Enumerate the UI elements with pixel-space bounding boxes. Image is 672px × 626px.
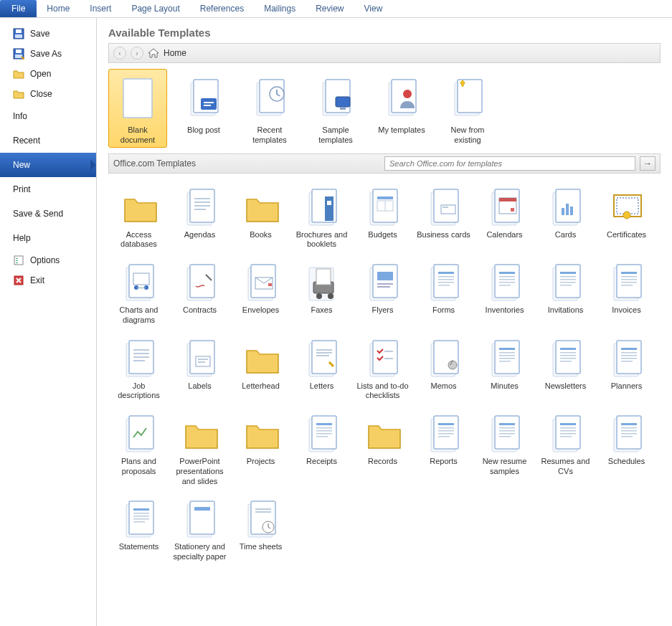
svg-rect-116 — [133, 360, 145, 361]
category-flyers[interactable]: Flyers — [352, 256, 413, 328]
home-icon[interactable] — [148, 48, 159, 58]
sidebar-item-new[interactable]: New — [0, 153, 96, 177]
category-certificates[interactable]: Certificates — [596, 181, 657, 252]
category-schedules[interactable]: Schedules — [596, 407, 657, 488]
svg-rect-186 — [617, 416, 641, 449]
ribbon-tab-view[interactable]: View — [354, 1, 393, 16]
category-newsletters[interactable]: Newsletters — [535, 332, 596, 404]
category-letters[interactable]: Letters — [291, 332, 352, 404]
invitation-icon — [544, 261, 587, 303]
svg-rect-205 — [255, 511, 271, 513]
folder-icon — [361, 412, 404, 454]
category-label: Planners — [598, 381, 655, 392]
ribbon-tab-home[interactable]: Home — [37, 1, 80, 16]
category-budgets[interactable]: Budgets — [352, 181, 413, 252]
sidebar-item-save[interactable]: Save — [0, 24, 96, 44]
svg-rect-187 — [621, 423, 637, 425]
svg-rect-56 — [566, 204, 569, 215]
category-stationery-and-specialty-paper[interactable]: Stationery and specialty paper — [169, 493, 230, 564]
folder-icon — [240, 337, 283, 379]
category-agendas[interactable]: Agendas — [169, 181, 230, 252]
ribbon-tab-page-layout[interactable]: Page Layout — [121, 1, 189, 16]
sidebar-item-help[interactable]: Help — [0, 226, 96, 250]
category-new-resume-samples[interactable]: New resume samples — [474, 407, 535, 488]
svg-rect-80 — [377, 272, 393, 280]
ribbon-tab-review[interactable]: Review — [306, 1, 354, 16]
category-labels[interactable]: Labels — [169, 332, 230, 404]
category-label: Agendas — [171, 230, 228, 240]
sidebar-item-close[interactable]: Close — [0, 84, 96, 104]
svg-point-60 — [623, 212, 630, 219]
svg-rect-91 — [495, 265, 519, 298]
category-letterhead[interactable]: Letterhead — [230, 332, 291, 404]
svg-rect-94 — [499, 279, 515, 280]
contract-icon — [179, 261, 222, 303]
category-books[interactable]: Books — [230, 181, 291, 252]
category-inventories[interactable]: Inventories — [474, 256, 535, 328]
category-calendars[interactable]: Calendars — [474, 181, 535, 252]
category-lists-and-to-do-checklists[interactable]: Lists and to-do checklists — [352, 332, 413, 404]
category-statements[interactable]: Statements — [108, 493, 169, 564]
category-job-descriptions[interactable]: Job descriptions — [108, 332, 169, 404]
category-plans-and-proposals[interactable]: Plans and proposals — [108, 407, 169, 488]
category-records[interactable]: Records — [352, 407, 413, 488]
ribbon-tab-references[interactable]: References — [190, 1, 254, 16]
category-reports[interactable]: Reports — [413, 407, 474, 488]
sidebar-item-recent[interactable]: Recent — [0, 128, 96, 153]
template-new-from-existing[interactable]: New from existing — [438, 69, 497, 148]
sidebar-item-info[interactable]: Info — [0, 104, 96, 128]
category-receipts[interactable]: Receipts — [291, 407, 352, 488]
nav-forward-button[interactable]: › — [131, 47, 143, 60]
sidebar-item-save-send[interactable]: Save & Send — [0, 201, 96, 226]
template-sample-templates[interactable]: Sample templates — [306, 69, 365, 148]
category-faxes[interactable]: Faxes — [291, 256, 352, 328]
svg-rect-177 — [499, 436, 511, 437]
svg-rect-166 — [438, 423, 454, 425]
category-invoices[interactable]: Invoices — [596, 256, 657, 328]
svg-rect-88 — [438, 282, 454, 283]
ribbon-tab-insert[interactable]: Insert — [80, 1, 121, 16]
category-brochures-and-booklets[interactable]: Brochures and booklets — [291, 181, 352, 252]
category-planners[interactable]: Planners — [596, 332, 657, 404]
category-memos[interactable]: Memos — [413, 332, 474, 404]
category-minutes[interactable]: Minutes — [474, 332, 535, 404]
sidebar-item-print[interactable]: Print — [0, 177, 96, 201]
certificate-icon — [605, 186, 648, 227]
category-forms[interactable]: Forms — [413, 256, 474, 328]
template-blog-post[interactable]: Blog post — [174, 69, 233, 148]
sidebar-item-exit[interactable]: Exit — [0, 270, 96, 290]
sample-templates-icon — [314, 74, 357, 123]
svg-rect-175 — [499, 430, 515, 432]
category-cards[interactable]: Cards — [535, 181, 596, 252]
category-contracts[interactable]: Contracts — [169, 256, 230, 328]
sidebar-item-open[interactable]: Open — [0, 64, 96, 84]
nav-back-button[interactable]: ‹ — [113, 47, 126, 60]
category-label: Access databases — [110, 230, 167, 250]
category-resumes-and-cvs[interactable]: Resumes and CVs — [535, 407, 596, 488]
category-powerpoint-presentations-and-slides[interactable]: PowerPoint presentations and slides — [169, 407, 230, 488]
category-business-cards[interactable]: Business cards — [413, 181, 474, 252]
svg-rect-85 — [438, 272, 454, 274]
template-label: Blank document — [110, 125, 165, 146]
sidebar-item-save-as[interactable]: Save As — [0, 44, 96, 64]
template-recent-templates[interactable]: Recent templates — [240, 69, 299, 148]
svg-rect-165 — [434, 416, 458, 449]
category-access-databases[interactable]: Access databases — [108, 181, 169, 252]
category-label: Calendars — [476, 230, 533, 240]
search-input[interactable] — [384, 156, 635, 171]
sidebar-item-options[interactable]: Options — [0, 250, 96, 270]
ribbon-tab-file[interactable]: File — [0, 0, 37, 17]
search-go-button[interactable]: → — [640, 156, 656, 171]
category-envelopes[interactable]: Envelopes — [230, 256, 291, 328]
template-blank-document[interactable]: Blank document — [108, 69, 167, 148]
template-label: Blog post — [176, 125, 231, 136]
blank-doc-icon — [116, 74, 159, 123]
category-invitations[interactable]: Invitations — [535, 256, 596, 328]
category-projects[interactable]: Projects — [230, 407, 291, 488]
sidebar-item-label: Open — [30, 69, 51, 79]
breadcrumb-home[interactable]: Home — [164, 48, 186, 58]
category-time-sheets[interactable]: Time sheets — [230, 493, 291, 564]
ribbon-tab-mailings[interactable]: Mailings — [254, 1, 306, 16]
category-charts-and-diagrams[interactable]: Charts and diagrams — [108, 256, 169, 328]
template-my-templates[interactable]: My templates — [372, 69, 431, 148]
